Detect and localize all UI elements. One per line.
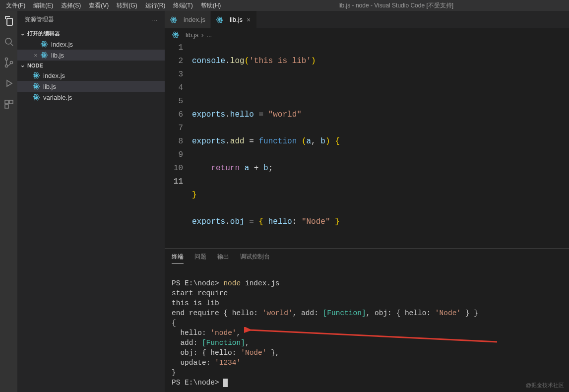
menu-view[interactable]: 查看(V) bbox=[85, 0, 113, 11]
code-editor[interactable]: 1234567891011 console.log('this is lib')… bbox=[165, 41, 569, 248]
react-file-icon bbox=[216, 16, 224, 24]
terminal-prompt: PS E:\node> bbox=[172, 379, 223, 387]
menu-edit[interactable]: 编辑(E) bbox=[29, 0, 57, 11]
menu-help[interactable]: 帮助(H) bbox=[197, 0, 225, 11]
title-bar: 文件(F) 编辑(E) 选择(S) 查看(V) 转到(G) 运行(R) 终端(T… bbox=[0, 0, 569, 11]
svg-point-35 bbox=[175, 34, 177, 36]
svg-rect-4 bbox=[5, 100, 8, 104]
sidebar: 资源管理器 ··· ⌄ 打开的编辑器 index.js × lib.js ⌄ N… bbox=[17, 11, 165, 392]
svg-point-11 bbox=[44, 55, 45, 56]
panel-tab-output[interactable]: 输出 bbox=[217, 253, 229, 263]
svg-point-27 bbox=[173, 19, 175, 20]
terminal[interactable]: PS E:\node> node index.js start require … bbox=[165, 266, 569, 392]
breadcrumb-more: ... bbox=[206, 31, 212, 39]
sidebar-header: 资源管理器 ··· bbox=[17, 11, 165, 28]
window-title: lib.js - node - Visual Studio Code [不受支持… bbox=[225, 1, 567, 10]
sidebar-title: 资源管理器 bbox=[24, 15, 54, 24]
menu-bar: 文件(F) 编辑(E) 选择(S) 查看(V) 转到(G) 运行(R) 终端(T… bbox=[2, 0, 225, 11]
terminal-line: add: [Function], bbox=[172, 339, 250, 347]
terminal-line: this is lib bbox=[172, 299, 219, 307]
chevron-down-icon: ⌄ bbox=[20, 62, 27, 68]
terminal-line: { bbox=[172, 319, 176, 327]
code-content[interactable]: console.log('this is lib') exports.hello… bbox=[192, 41, 569, 248]
react-file-icon bbox=[32, 71, 40, 79]
tab-lib-js[interactable]: lib.js × bbox=[211, 11, 257, 28]
folder-label: NODE bbox=[27, 63, 43, 68]
menu-goto[interactable]: 转到(G) bbox=[113, 0, 141, 11]
open-editors-label: 打开的编辑器 bbox=[27, 30, 60, 37]
editor-tabs: index.js lib.js × bbox=[165, 11, 569, 28]
extensions-icon[interactable] bbox=[3, 98, 15, 110]
react-file-icon bbox=[32, 93, 40, 101]
svg-point-31 bbox=[219, 19, 221, 20]
menu-terminal[interactable]: 终端(T) bbox=[169, 0, 196, 11]
file-item[interactable]: variable.js bbox=[17, 92, 165, 103]
search-icon[interactable] bbox=[3, 36, 15, 48]
run-debug-icon[interactable] bbox=[3, 77, 15, 89]
terminal-prompt: PS E:\node> bbox=[172, 279, 223, 287]
react-file-icon bbox=[40, 51, 48, 59]
svg-point-1 bbox=[5, 58, 7, 61]
annotation-arrow bbox=[244, 327, 502, 347]
file-name: variable.js bbox=[43, 94, 72, 101]
terminal-line: } bbox=[172, 369, 176, 377]
close-icon[interactable]: × bbox=[246, 16, 252, 24]
chevron-right-icon: › bbox=[201, 31, 203, 39]
terminal-line: update: '1234' bbox=[172, 359, 241, 367]
tab-index-js[interactable]: index.js bbox=[165, 11, 211, 28]
open-editors-header[interactable]: ⌄ 打开的编辑器 bbox=[17, 28, 165, 39]
file-name: lib.js bbox=[43, 83, 56, 90]
panel-tabs: 终端 问题 输出 调试控制台 bbox=[165, 249, 569, 266]
tab-label: lib.js bbox=[230, 16, 243, 23]
svg-point-2 bbox=[5, 65, 7, 67]
react-file-icon bbox=[40, 40, 48, 48]
explorer-icon[interactable] bbox=[3, 15, 15, 27]
menu-select[interactable]: 选择(S) bbox=[57, 0, 85, 11]
terminal-line: hello: 'node', bbox=[172, 329, 241, 337]
more-icon[interactable]: ··· bbox=[151, 16, 158, 23]
react-file-icon bbox=[170, 16, 178, 24]
react-file-icon bbox=[32, 82, 40, 90]
breadcrumb-file: lib.js bbox=[186, 31, 198, 39]
terminal-cmd: node bbox=[223, 279, 245, 287]
menu-file[interactable]: 文件(F) bbox=[2, 0, 29, 11]
activity-bar bbox=[0, 11, 17, 392]
menu-run[interactable]: 运行(R) bbox=[141, 0, 170, 11]
tab-label: index.js bbox=[184, 16, 205, 23]
svg-rect-6 bbox=[5, 105, 8, 108]
react-file-icon bbox=[172, 31, 180, 39]
file-name: index.js bbox=[51, 41, 73, 48]
open-editor-item[interactable]: × lib.js bbox=[17, 50, 165, 61]
svg-point-7 bbox=[44, 44, 45, 45]
chevron-down-icon: ⌄ bbox=[20, 30, 27, 37]
breadcrumb[interactable]: lib.js › ... bbox=[165, 28, 569, 41]
terminal-line: obj: { hello: 'Node' }, bbox=[172, 349, 280, 357]
open-editor-item[interactable]: index.js bbox=[17, 39, 165, 50]
svg-point-19 bbox=[36, 86, 37, 87]
svg-point-23 bbox=[36, 97, 37, 98]
panel-tab-terminal[interactable]: 终端 bbox=[172, 253, 184, 263]
file-item[interactable]: lib.js bbox=[17, 81, 165, 92]
source-control-icon[interactable] bbox=[3, 57, 15, 68]
folder-header[interactable]: ⌄ NODE bbox=[17, 61, 165, 70]
panel-tab-problems[interactable]: 问题 bbox=[194, 253, 206, 263]
svg-line-40 bbox=[249, 330, 497, 342]
editor-area: index.js lib.js × lib.js › ... 123456789… bbox=[165, 11, 569, 392]
panel-tab-debug[interactable]: 调试控制台 bbox=[240, 253, 270, 263]
terminal-line: start require bbox=[172, 289, 228, 297]
svg-rect-5 bbox=[9, 100, 13, 104]
svg-point-0 bbox=[5, 38, 11, 44]
file-name: lib.js bbox=[51, 52, 64, 59]
svg-point-15 bbox=[36, 75, 37, 76]
terminal-line: end require { hello: 'world', add: [Func… bbox=[172, 309, 478, 317]
terminal-cursor bbox=[223, 379, 228, 387]
file-item[interactable]: index.js bbox=[17, 70, 165, 81]
watermark: @掘金技术社区 bbox=[526, 382, 564, 389]
bottom-panel: 终端 问题 输出 调试控制台 PS E:\node> node index.js… bbox=[165, 248, 569, 392]
file-name: index.js bbox=[43, 72, 65, 79]
close-icon[interactable]: × bbox=[31, 52, 40, 59]
terminal-arg: index.js bbox=[245, 279, 280, 287]
line-gutter: 1234567891011 bbox=[165, 41, 192, 248]
